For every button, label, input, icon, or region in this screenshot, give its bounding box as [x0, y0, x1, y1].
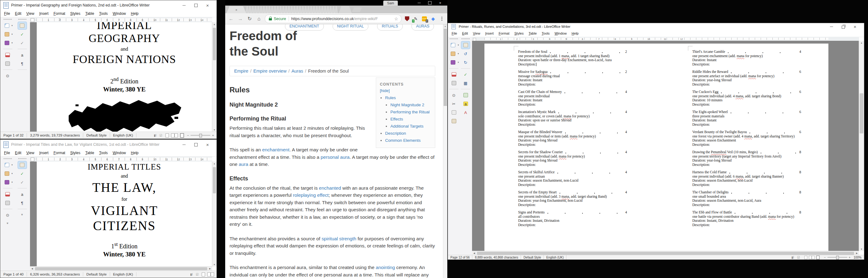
breadcrumb-item[interactable]: Auras: [291, 69, 303, 73]
print-preview-icon[interactable]: ⊙: [450, 92, 458, 99]
wiki-link[interactable]: enchantment: [262, 147, 289, 152]
profile-button[interactable]: Sam: [383, 1, 398, 6]
scrollbar-thumb[interactable]: [35, 267, 207, 270]
insert-image-icon[interactable]: [461, 92, 470, 99]
new-document-icon[interactable]: [449, 41, 458, 49]
diamond-extension-icon[interactable]: ◆: [430, 16, 436, 22]
home-icon[interactable]: ⌂: [255, 16, 262, 22]
zoom-slider[interactable]: −+: [187, 133, 214, 137]
ritual-entry[interactable]: Secrets for the Shadow Courier4one prese…: [518, 150, 633, 167]
adblock-extension-icon[interactable]: [404, 16, 410, 22]
scrollbar-thumb[interactable]: [443, 29, 447, 106]
ritual-entry[interactable]: Thief's Arcane Gamble4one present enchan…: [692, 50, 807, 66]
toolbar-overflow-icon[interactable]: »: [6, 222, 9, 223]
status-language[interactable]: English (UK): [110, 133, 136, 137]
horizontal-ruler[interactable]: 123456789101112: [472, 37, 859, 41]
autocorrect-icon[interactable]: ✓: [18, 178, 27, 186]
wiki-link[interactable]: personal aura: [320, 154, 349, 160]
paste-icon[interactable]: [450, 117, 458, 125]
contents-hide-link[interactable]: [hide]: [380, 88, 433, 93]
maximize-button[interactable]: [190, 2, 202, 9]
menu-insert[interactable]: Insert: [37, 11, 51, 16]
wiki-link[interactable]: anointing: [376, 265, 395, 270]
pen-extension-icon[interactable]: ✎0: [413, 16, 419, 22]
save-icon[interactable]: [2, 178, 11, 186]
menu-file[interactable]: File: [449, 31, 460, 36]
status-language[interactable]: English (UK): [110, 272, 136, 276]
scroll-up-icon[interactable]: ▲: [859, 41, 864, 45]
close-button[interactable]: ×: [849, 23, 861, 30]
ritual-entry[interactable]: Verdant Bounty of the Twilight Bayou6one…: [692, 130, 807, 147]
ritual-entry[interactable]: Incantation's Mystic Mark4sole contribut…: [518, 110, 633, 127]
menu-window[interactable]: Window: [110, 150, 128, 156]
scroll-left-icon[interactable]: ◀: [472, 252, 476, 254]
new-document-dropdown-icon[interactable]: ▾: [11, 25, 13, 27]
tab-selector-icon[interactable]: [31, 18, 34, 22]
wiki-link[interactable]: spiritual strength: [322, 236, 356, 241]
document-modified-icon[interactable]: ☑: [797, 256, 800, 259]
status-pagestyle[interactable]: Default Style: [83, 133, 110, 137]
save-icon[interactable]: [449, 59, 458, 66]
menu-table[interactable]: Table: [526, 31, 539, 36]
menu-view[interactable]: View: [470, 31, 483, 36]
browser-tab[interactable]: [334, 6, 338, 13]
pill-night-ritual[interactable]: NIGHT RITUAL: [333, 25, 369, 31]
vertical-scrollbar[interactable]: ▲ ▼: [859, 41, 864, 251]
open-icon[interactable]: [2, 31, 11, 38]
menu-edit[interactable]: Edit: [12, 150, 24, 156]
ritual-entry[interactable]: The Cuckoo's Egg6one present individual …: [692, 90, 807, 107]
ritual-entry[interactable]: Signs and Portents4all contributorsDurat…: [518, 210, 633, 227]
clone-formatting-icon[interactable]: [18, 161, 27, 169]
export-pdf-icon[interactable]: [450, 71, 458, 78]
view-layout-buttons[interactable]: [804, 255, 819, 259]
breadcrumb-item[interactable]: Empire: [234, 69, 248, 73]
autocorrect-icon[interactable]: ✓: [18, 39, 27, 47]
ritual-entry[interactable]: Missive for Sadogua2message created duri…: [518, 70, 633, 86]
ritual-entry[interactable]: Harness the Cold Flame8one present indiv…: [692, 170, 807, 187]
scroll-right-icon[interactable]: ▶: [208, 268, 212, 270]
menu-help[interactable]: Help: [569, 31, 581, 36]
horizontal-ruler[interactable]: 1234567891011121314: [30, 17, 212, 23]
menu-help[interactable]: Help: [128, 150, 141, 156]
title-bar[interactable]: Primer - Imperial Titles and the Law, fo…: [0, 140, 217, 149]
vertical-scrollbar[interactable]: ▲: [443, 25, 447, 278]
print-icon[interactable]: [3, 60, 12, 67]
menu-insert[interactable]: Insert: [37, 150, 51, 156]
vertical-scrollbar[interactable]: ▲ ▼: [212, 22, 217, 132]
zoom-level[interactable]: 100%: [854, 256, 862, 259]
menu-tools[interactable]: Tools: [539, 31, 552, 36]
open-icon[interactable]: [2, 170, 11, 177]
menu-format[interactable]: Format: [51, 11, 68, 16]
save-dropdown-icon[interactable]: ▾: [11, 181, 13, 183]
new-document-dropdown-icon[interactable]: ▾: [11, 164, 13, 166]
document-canvas[interactable]: Freedom of the Soul2one present individu…: [472, 41, 859, 251]
ritual-entry[interactable]: Masque of the Blinded Weaver4one present…: [518, 130, 633, 147]
horizontal-ruler[interactable]: 1234567891011121314: [30, 157, 212, 162]
status-wordcount[interactable]: 8,889 words, 40,868 characters: [472, 256, 521, 259]
toolbar-grip[interactable]: [4, 158, 12, 159]
scrollbar-thumb[interactable]: [213, 28, 216, 60]
browser-tab[interactable]: [339, 6, 352, 13]
toc-link[interactable]: Common Elements: [385, 138, 421, 143]
status-page[interactable]: Page 1 of 32: [0, 133, 27, 137]
menu-window[interactable]: Window: [552, 31, 569, 36]
maximize-button[interactable]: [190, 141, 202, 148]
address-bar[interactable]: Secure https://www.profounddecisions.co.…: [265, 14, 402, 23]
status-page[interactable]: Page 12 of 56: [448, 256, 472, 259]
print-icon[interactable]: [3, 199, 12, 207]
menu-table[interactable]: Table: [83, 11, 97, 16]
toc-link[interactable]: Performing the Ritual: [391, 110, 430, 114]
menu-file[interactable]: File: [2, 11, 12, 16]
toolbar-grip[interactable]: [450, 38, 458, 39]
back-icon[interactable]: ←: [228, 16, 235, 22]
restore-button[interactable]: [837, 23, 849, 30]
ritual-entry[interactable]: The Eight-spoked Wheel6three present mat…: [692, 110, 807, 127]
print-preview-icon[interactable]: ⊙: [3, 211, 12, 219]
open-dropdown-icon[interactable]: ▾: [11, 172, 13, 175]
reload-icon[interactable]: ↻: [246, 16, 253, 22]
highlight-icon[interactable]: a: [461, 100, 470, 107]
close-button[interactable]: ×: [202, 141, 213, 148]
undo-icon[interactable]: ↺: [461, 50, 470, 58]
toolbar-grip[interactable]: [462, 38, 470, 39]
menu-file[interactable]: File: [2, 150, 12, 156]
